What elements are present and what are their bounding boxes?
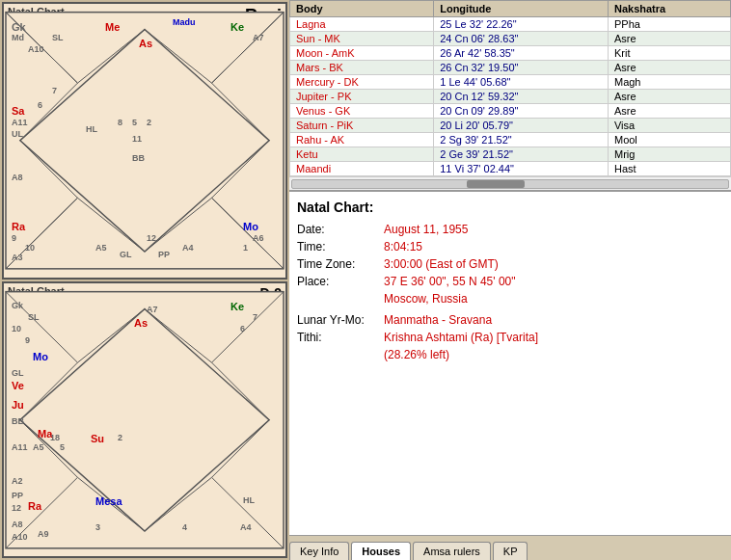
planet-hl: HL [86,124,97,134]
d9-pp: PP [12,491,23,500]
d9-bb: BB [12,416,24,426]
planet-pp: PP [158,250,170,259]
planet-a11: A11 [12,118,28,127]
info-field-label: Time Zone: [297,257,384,271]
d9-ke: Ke [230,301,244,312]
table-row: Lagna25 Le 32' 22.26"PPha [290,17,731,32]
d9-gl: GL [12,368,24,378]
table-row: Rahu - AK2 Sg 39' 21.52"Mool [290,133,731,147]
planet-me: Me [105,21,120,33]
d9-a4: A4 [240,522,252,532]
num-9: 9 [12,233,16,243]
planet-ra: Ra [12,221,25,232]
d9-num9: 9 [25,335,30,345]
info-field-value: Krishna Ashtami (Ra) [Tvarita] [384,331,538,344]
cell-body: Sun - MK [290,32,434,46]
num-6: 6 [38,100,42,110]
table-row: Maandi11 Vi 37' 02.44"Hast [290,162,731,176]
table-row: Sun - MK24 Cn 06' 28.63"Asre [290,32,731,46]
cell-body: Lagna [290,17,434,32]
cell-nakshatra: Hast [608,162,730,176]
info-field-label: Time: [297,240,384,253]
table-row: Jupiter - PK20 Cn 12' 59.32"Asre [290,90,731,104]
planet-gk: Gk [12,21,26,33]
cell-longitude: 26 Ar 42' 58.35" [434,46,609,61]
d9-a11: A11 [12,442,28,452]
scrollbar-thumb[interactable] [467,180,525,188]
d9-ra: Ra [28,500,41,512]
d9-a7: 7 [253,312,257,322]
d9-bot3: 3 [95,522,100,532]
info-field-value: Manmatha - Sravana [384,313,492,327]
info-row: Time Zone:3:00:00 (East of GMT) [297,257,723,271]
cell-nakshatra: Asre [608,32,730,46]
info-field-value: 3:00:00 (East of GMT) [384,257,499,271]
num-10: 10 [25,243,35,253]
info-field-label [297,348,384,361]
astro-table: Body Longitude Nakshatra Lagna25 Le 32' … [289,0,731,176]
cell-body: Moon - AmK [290,46,434,61]
rasi-chart: Natal Chart Rasi [2,2,287,280]
cell-body: Jupiter - PK [290,90,434,104]
info-field-value: Moscow, Russia [384,292,468,306]
d9-a10: A10 [12,532,28,542]
cell-body: Maandi [290,162,434,176]
info-field-label: Date: [297,223,384,236]
d9-a5: A5 [33,442,44,452]
info-field-value: 37 E 36' 00", 55 N 45' 00" [384,275,516,288]
cell-longitude: 20 Cn 09' 29.89" [434,104,609,119]
table-row: Saturn - PiK20 Li 20' 05.79"Visa [290,119,731,133]
d9-6: 6 [240,324,245,333]
cell-longitude: 20 Cn 12' 59.32" [434,90,609,104]
d9-ve: Ve [12,380,24,391]
d9-bot4: 4 [182,522,187,532]
d9-num: 10 [12,324,21,333]
cell-longitude: 20 Li 20' 05.79" [434,119,609,133]
d9-sl: SL [28,312,40,322]
cell-longitude: 1 Le 44' 05.68" [434,75,609,90]
info-row: (28.26% left) [297,348,723,361]
center-8: 8 [118,118,122,127]
cell-nakshatra: Mool [608,133,730,147]
svg-rect-0 [6,13,284,269]
cell-longitude: 2 Sg 39' 21.52" [434,133,609,147]
bottom-tabs: Key Info Houses Amsa rulers KP [289,535,731,560]
tab-amsa-rulers[interactable]: Amsa rulers [413,542,491,560]
planet-sl: SL [52,33,64,42]
cell-longitude: 2 Ge 39' 21.52" [434,147,609,162]
d9-su: Su [91,433,104,444]
d9-5: 5 [60,442,65,452]
tab-kp[interactable]: KP [493,542,528,560]
tab-key-info[interactable]: Key Info [289,542,349,560]
d9-chart: Natal Chart D-9 Gk SL 10 [2,281,287,559]
cell-nakshatra: Asre [608,90,730,104]
table-scrollbar[interactable] [289,176,731,190]
planet-gl: GL [120,250,132,259]
planet-md: Md [12,33,24,42]
d9-mesa: Mesa [95,495,122,507]
cell-body: Mars - BK [290,61,434,75]
d9-a7b: A7 [147,305,158,314]
table-row: Moon - AmK26 Ar 42' 58.35"Krit [290,46,731,61]
tab-houses[interactable]: Houses [351,542,411,560]
scrollbar-track[interactable] [291,179,729,189]
center-bb: BB [132,153,145,163]
num-1: 1 [243,243,248,253]
cell-nakshatra: Krit [608,46,730,61]
d9-hl: HL [243,495,255,505]
d9-12: 12 [12,503,21,513]
planet-a7: A7 [253,33,264,42]
planet-sa: Sa [12,105,24,117]
planet-a5: A5 [95,243,107,253]
cell-body: Mercury - DK [290,75,434,90]
info-row: Tithi:Krishna Ashtami (Ra) [Tvarita] [297,331,723,344]
cell-longitude: 11 Vi 37' 02.44" [434,162,609,176]
info-field-value: August 11, 1955 [384,223,468,236]
planet-a8: A8 [12,173,23,182]
info-row: Lunar Yr-Mo:Manmatha - Sravana [297,313,723,327]
info-field-value: (28.26% left) [384,348,449,361]
col-body: Body [290,1,434,17]
center-5: 5 [132,118,137,127]
info-panel: Natal Chart: Date:August 11, 1955Time:8:… [289,190,731,535]
cell-nakshatra: Asre [608,104,730,119]
